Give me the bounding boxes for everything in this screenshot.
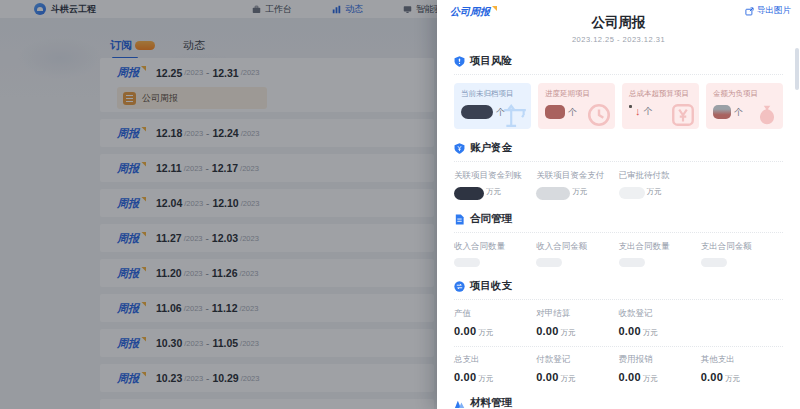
- stat-label: 产值: [454, 308, 536, 320]
- section-title-text: 项目收支: [470, 279, 512, 293]
- section-title-text: 项目风险: [470, 54, 512, 68]
- section-divider: [454, 161, 783, 162]
- stat-value: 0.00: [454, 371, 476, 383]
- stat-funds-received: 关联项目资金到账 万元: [454, 170, 536, 200]
- stat-unit: 万元: [560, 328, 575, 338]
- stat-value: 0.00: [619, 371, 641, 383]
- redacted-value: [461, 105, 493, 119]
- export-icon: [745, 7, 754, 16]
- stat-label: 总支出: [454, 354, 536, 366]
- stat-unit: 万元: [643, 328, 658, 338]
- stat-empty: [701, 308, 783, 338]
- section-title-text: 账户资金: [470, 141, 512, 155]
- export-image-button[interactable]: 导出图片: [745, 5, 791, 17]
- stat-expense-reimburse: 费用报销 0.00万元: [619, 354, 701, 384]
- stat-unit: 万元: [478, 328, 493, 338]
- redacted-value: [454, 258, 480, 267]
- drawer-header: 公司周报 导出图片 公司周报 2023.12.25 - 2023.12.31: [437, 0, 800, 42]
- stat-label: 支出合同金额: [701, 241, 783, 253]
- stat-label: 费用报销: [619, 354, 701, 366]
- stat-expense-contract-amount: 支出合同金额: [701, 241, 783, 267]
- stat-other-expense: 其他支出 0.00万元: [701, 354, 783, 384]
- stat-unit: 万元: [647, 187, 662, 197]
- stat-value: 0.00: [619, 325, 641, 337]
- stat-unit: 万元: [643, 374, 658, 384]
- stat-expense-contract-count: 支出合同数量: [619, 241, 701, 267]
- stat-label: 已审批待付款: [619, 170, 701, 182]
- section-title-text: 合同管理: [470, 212, 512, 226]
- company-weekly-report-drawer: 公司周报 导出图片 公司周报 2023.12.25 - 2023.12.31 项…: [437, 0, 800, 409]
- report-date-range: 2023.12.25 - 2023.12.31: [437, 35, 800, 44]
- stat-receipt-register: 收款登记 0.00万元: [619, 308, 701, 338]
- stat-empty: [701, 170, 783, 200]
- stat-unit: 万元: [572, 187, 587, 197]
- stat-funds-paid: 关联项目资金支付 万元: [536, 170, 618, 200]
- stat-label: 收款登记: [619, 308, 701, 320]
- shield-yuan-icon: [454, 143, 465, 154]
- stat-unit: 万元: [725, 374, 740, 384]
- stat-unit: 万元: [486, 187, 501, 197]
- risk-card-negative-amount: 金额为负项目 个: [706, 83, 783, 129]
- drawer-body: 项目风险 当前未归档项目 个 进度延期项目 个 总成本超预算项目 ↓个: [437, 54, 800, 409]
- money-bag-icon: [754, 102, 780, 128]
- page: 斗栱云工程 工作台 动态 智能验收 订阅 动态: [0, 0, 800, 409]
- stat-label: 收入合同金额: [536, 241, 618, 253]
- risk-card-unit: 个: [734, 106, 743, 119]
- section-title-income-expense: 项目收支: [454, 279, 783, 293]
- section-divider: [454, 74, 783, 75]
- risk-card-unarchived: 当前未归档项目 个: [454, 83, 531, 129]
- stat-label: 其他支出: [701, 354, 783, 366]
- yuan-badge-icon: [670, 102, 696, 128]
- risk-cards: 当前未归档项目 个 进度延期项目 个 总成本超预算项目 ↓个 金额为负项目 个: [454, 83, 783, 129]
- clock-icon: [586, 102, 612, 128]
- income-stats-row2: 总支出 0.00万元 付款登记 0.00万元 费用报销 0.00万元 其他支出 …: [454, 354, 783, 384]
- row-divider: [454, 346, 783, 347]
- risk-card-label: 进度延期项目: [545, 89, 608, 99]
- redacted-value: [713, 105, 731, 119]
- risk-card-delayed: 进度延期项目 个: [538, 83, 615, 129]
- stat-label: 关联项目资金到账: [454, 170, 536, 182]
- stat-income-contract-amount: 收入合同金额: [536, 241, 618, 267]
- drawer-scrollbar-thumb[interactable]: [795, 48, 799, 90]
- stat-total-expense: 总支出 0.00万元: [454, 354, 536, 384]
- stat-approved-pending: 已审批待付款 万元: [619, 170, 701, 200]
- risk-card-over-budget: 总成本超预算项目 ↓个: [622, 83, 699, 129]
- stat-party-a-settlement: 对甲结算 0.00万元: [536, 308, 618, 338]
- section-divider: [454, 299, 783, 300]
- risk-card-label: 总成本超预算项目: [629, 89, 692, 99]
- stat-value: 0.00: [536, 325, 558, 337]
- section-title-funds: 账户资金: [454, 141, 783, 155]
- stat-label: 付款登记: [536, 354, 618, 366]
- stat-label: 关联项目资金支付: [536, 170, 618, 182]
- redacted-value: [454, 187, 484, 200]
- section-title-text: 材料管理: [470, 396, 512, 409]
- export-image-label: 导出图片: [757, 5, 791, 17]
- section-divider: [454, 232, 783, 233]
- stat-output-value: 产值 0.00万元: [454, 308, 536, 338]
- stat-value: 0.00: [454, 325, 476, 337]
- redacted-value: [536, 187, 570, 200]
- stat-label: 收入合同数量: [454, 241, 536, 253]
- stat-payment-register: 付款登记 0.00万元: [536, 354, 618, 384]
- section-title-risk: 项目风险: [454, 54, 783, 68]
- redacted-value: [619, 258, 645, 267]
- funds-stats: 关联项目资金到账 万元 关联项目资金支付 万元 已审批待付款 万元: [454, 170, 783, 200]
- section-title-material: 材料管理: [454, 396, 783, 409]
- risk-card-unit: 个: [568, 106, 577, 119]
- redacted-value: [545, 105, 565, 119]
- stat-label: 支出合同数量: [619, 241, 701, 253]
- risk-card-label: 当前未归档项目: [461, 89, 524, 99]
- redacted-value: [701, 258, 727, 267]
- stat-value: 0.00: [701, 371, 723, 383]
- drawer-breadcrumb: 公司周报: [450, 5, 497, 19]
- redacted-value: [629, 105, 632, 108]
- section-title-contract: 合同管理: [454, 212, 783, 226]
- contract-stats: 收入合同数量 收入合同金额 支出合同数量 支出合同金额: [454, 241, 783, 267]
- redacted-value: [536, 258, 562, 267]
- material-icon: [454, 398, 465, 409]
- stat-label: 对甲结算: [536, 308, 618, 320]
- stat-unit: 万元: [560, 374, 575, 384]
- stat-unit: 万元: [478, 374, 493, 384]
- crane-icon: [502, 102, 528, 128]
- down-arrow-indicator: ↓: [635, 106, 641, 117]
